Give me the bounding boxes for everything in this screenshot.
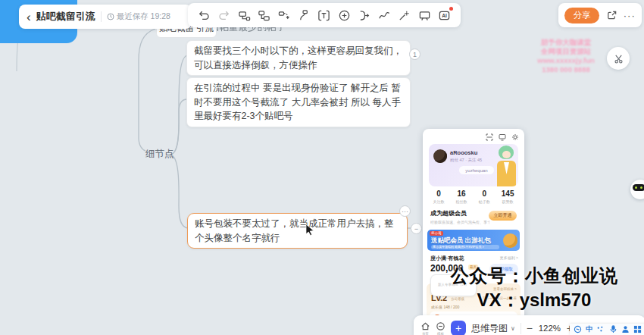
zoom-level[interactable]: 122% [538, 324, 561, 333]
share-group: 分享 ··· [558, 3, 642, 27]
svip-row: 成为超级会员 经验双倍加速、会员气泡头衔、享十项特权 立即开通 [430, 209, 517, 224]
document-header: ‹ 贴吧截留引流 最近保存 19:28 [19, 5, 192, 29]
share-button[interactable]: 分享 [564, 8, 599, 23]
back-button[interactable]: ‹ [27, 11, 31, 23]
banner-mascot [503, 233, 517, 248]
note-node-1[interactable]: 截留要找三个小时以下的，这样更容易回复我们，可以直接选择倒叙，方便操作 [186, 40, 411, 76]
gear-icon[interactable] [511, 133, 519, 141]
tray-app-icon[interactable] [574, 325, 582, 333]
person-icon[interactable] [621, 325, 630, 333]
mouse-cursor [305, 224, 315, 236]
microphone-icon[interactable] [609, 325, 617, 333]
growth-more-link[interactable]: 查看全部权益 > [493, 287, 517, 291]
anime-character [496, 146, 518, 186]
profile-meta: 粉丝 47 · 关注 45 [450, 158, 482, 163]
scissors-icon [613, 53, 624, 64]
header-divider [101, 11, 102, 22]
ai-notification-dot [449, 7, 453, 11]
text-tool-icon[interactable] [316, 7, 333, 23]
document-title[interactable]: 贴吧截留引流 [36, 10, 95, 23]
growth-level-note: 当前等级 [451, 297, 464, 301]
add-subtopic-icon[interactable] [256, 7, 273, 23]
phone-top-icons [486, 133, 519, 141]
scissors-tool-bubble[interactable] [607, 47, 630, 70]
summary-bracket-icon[interactable] [356, 7, 373, 23]
draw-squiggle-icon[interactable] [376, 7, 392, 23]
loan-amount-tag: 最高 [468, 265, 478, 270]
branch-node-detail[interactable]: 细节点 [145, 148, 174, 161]
ai-mascot[interactable] [630, 180, 644, 202]
template-button[interactable]: 模板 [436, 321, 445, 335]
note-3-collapse-toggle[interactable]: − [411, 223, 422, 234]
svg-text:AI: AI [442, 13, 447, 18]
svip-open-button[interactable]: 立即开通 [489, 211, 517, 221]
main-toolbar: AI [188, 3, 461, 27]
chevron-down-icon: ∨ [511, 325, 515, 332]
ai-assistant-icon[interactable]: AI [436, 7, 453, 23]
stat-follow[interactable]: 0关注数 [433, 189, 445, 204]
mascot-eye-left [635, 186, 637, 189]
diagram-mode-select[interactable]: 思维导图 ∨ [471, 322, 515, 335]
autosave-status: 最近保存 19:28 [107, 11, 170, 22]
loan-claim-button[interactable]: 立即领取 [489, 264, 518, 274]
avatar[interactable] [433, 149, 447, 163]
connector-label-icon[interactable] [295, 7, 312, 23]
frame-icon[interactable] [416, 7, 433, 23]
profile-stats-row: 0关注数 16粉丝数 0帖子数 145获赞数 [423, 189, 524, 204]
add-topic-icon[interactable] [236, 7, 252, 23]
svip-subtitle: 经验双倍加速、会员气泡头衔、享十项特权 [430, 220, 489, 224]
grid-icon[interactable] [633, 325, 642, 333]
add-node-button[interactable]: + [451, 321, 466, 335]
growth-hint: 距下一等级仅一步之遥 [483, 296, 517, 300]
relation-line-icon[interactable] [276, 7, 292, 23]
template-icon [436, 321, 445, 331]
loan-note: 新人专享额度（元） [430, 274, 477, 296]
note-1-number-badge[interactable]: 1 [409, 49, 420, 60]
monitor-icon[interactable] [499, 133, 506, 141]
undo-icon[interactable] [195, 7, 212, 23]
stat-likes[interactable]: 145获赞数 [502, 189, 514, 204]
clock-icon [107, 13, 114, 20]
export-icon[interactable] [606, 10, 617, 21]
mascot-eye-right [640, 186, 642, 189]
note-3-more-badge[interactable]: ··· [399, 205, 411, 217]
tray-capture-icon[interactable] [596, 325, 605, 333]
note-node-3-selected[interactable]: 账号包装不要太过了，就当成正常用户去搞，整个头像整个名字就行 [187, 213, 408, 249]
tieba-screenshot-panel[interactable]: aRooosku 粉丝 47 · 关注 45 yuzhequan 0关注数 16… [423, 129, 524, 335]
bottom-divider [521, 323, 521, 334]
system-tray: 中 [570, 324, 644, 335]
pink-watermark: 朋予你大咖课堂 全网项目资源站 www.xxxxxjy.fun 1380 000… [509, 38, 623, 74]
stat-fans[interactable]: 16粉丝数 [456, 189, 467, 204]
loan-amount: 200,000 [430, 263, 463, 274]
promo-banner[interactable]: 度小满 送贴吧会员 出游礼包 度小满专场福利 最高得1年SVIP会员 > [427, 230, 520, 251]
laser-pointer-icon[interactable] [396, 7, 413, 23]
profile-username: aRooosku [450, 149, 477, 156]
loan-title: 度小满·有钱花 [430, 255, 464, 262]
growth-progress: 成长值 148 / 200 [431, 305, 459, 309]
blue-node-glyph: 入 [8, 0, 30, 1]
stat-posts[interactable]: 0帖子数 [479, 189, 490, 204]
banner-brand-tag: 度小满 [430, 231, 443, 236]
profile-tag-pill[interactable]: yuzhequan [459, 166, 494, 174]
home-icon [420, 321, 430, 331]
home-button[interactable]: 首页 [420, 321, 430, 335]
scan-icon[interactable] [486, 133, 493, 141]
insert-plus-icon[interactable] [336, 7, 352, 23]
redo-icon[interactable] [216, 7, 233, 23]
loan-more-link[interactable]: 更多福利 > [500, 255, 518, 260]
zoom-out-button[interactable]: − [527, 323, 533, 333]
note-node-2[interactable]: 在引流的过程中 要是出现身份验证了 解开之后 暂时不要用这个号截流了 大几率会被… [186, 77, 411, 127]
more-menu-icon[interactable]: ··· [624, 10, 636, 21]
ime-indicator[interactable]: 中 [586, 324, 592, 334]
banner-subtitle: 度小满专场福利 最高得1年SVIP会员 > [431, 245, 499, 249]
profile-card[interactable]: aRooosku 粉丝 47 · 关注 45 yuzhequan [429, 144, 518, 186]
